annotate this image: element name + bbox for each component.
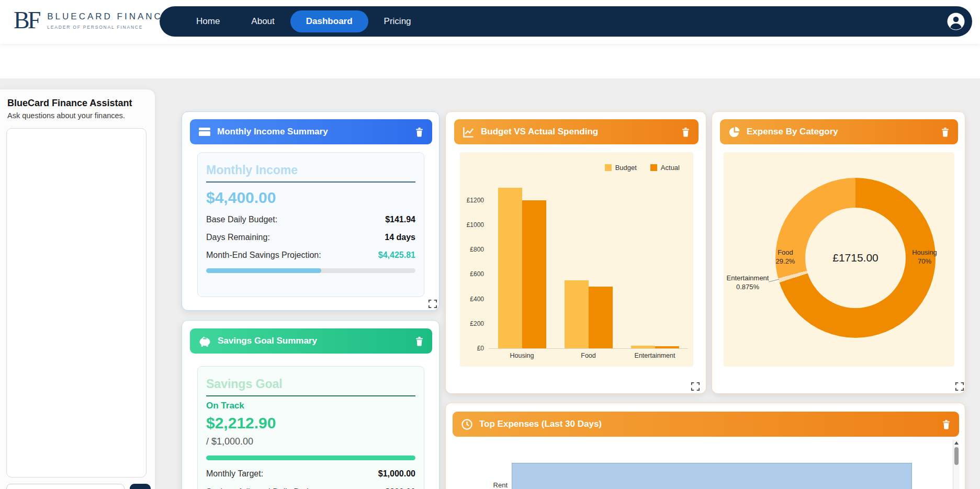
expand-icon	[955, 382, 965, 391]
bar-chart-plot: HousingFoodEntertainment £0£200£400£600£…	[489, 170, 688, 348]
user-circle-icon	[947, 12, 965, 31]
row-value: $1,000.00	[378, 469, 415, 479]
x-axis-line	[489, 348, 688, 349]
nav-item-pricing[interactable]: Pricing	[368, 10, 427, 32]
bar-actual-food	[589, 287, 613, 348]
expand-icon	[428, 299, 438, 309]
scrollbar-thumb[interactable]	[954, 447, 959, 465]
bar-groups: HousingFoodEntertainment	[489, 188, 688, 348]
brand-name: BLUECARD FINANCE	[47, 12, 171, 22]
scrollbar-up-arrow[interactable]	[954, 441, 959, 445]
bar-budget-food	[565, 280, 589, 348]
delete-card-button[interactable]	[681, 127, 690, 137]
trash-icon	[415, 127, 424, 137]
bar-group: Food	[565, 280, 613, 348]
brand-tagline: LEADER OF PERSONAL FINANCE	[47, 25, 171, 30]
expand-card-button[interactable]	[428, 299, 438, 309]
income-heading: Monthly Income	[206, 163, 415, 183]
bar-budget-entertainment	[631, 346, 655, 348]
y-tick-label: £1200	[460, 197, 484, 204]
donut-chart-area: £1715.00 Food29.2% Housing70% Entertainm…	[724, 152, 954, 367]
assistant-panel: BlueCard Finance Assistant Ask questions…	[0, 89, 155, 489]
y-tick-label: £400	[460, 295, 484, 303]
h-bar-category-label: Rent	[477, 481, 508, 489]
x-axis-label: Entertainment	[635, 352, 675, 359]
brand-logo[interactable]: BF BLUECARD FINANCE LEADER OF PERSONAL F…	[14, 8, 171, 32]
assistant-send-button[interactable]	[130, 484, 151, 489]
delete-card-button[interactable]	[415, 336, 424, 346]
bar-group: Housing	[498, 188, 546, 348]
card-title: Top Expenses (Last 30 Days)	[479, 419, 602, 429]
nav-item-home[interactable]: Home	[181, 10, 235, 32]
brand-text-block: BLUECARD FINANCE LEADER OF PERSONAL FINA…	[47, 12, 171, 30]
savings-goal-card: Savings Goal Summary Savings Goal On Tra…	[182, 320, 440, 489]
donut-center-label: £1715.00	[832, 252, 878, 264]
row-value: 14 days	[385, 233, 415, 242]
income-row: Base Daily Budget: $141.94	[206, 215, 415, 224]
assistant-title: BlueCard Finance Assistant	[7, 98, 132, 109]
piggy-bank-icon	[198, 335, 211, 347]
x-axis-label: Food	[581, 352, 596, 359]
income-progress-fill	[206, 268, 321, 273]
income-row: Month-End Savings Projection: $4,425.81	[206, 251, 415, 260]
savings-progress-fill	[206, 456, 415, 460]
user-avatar-button[interactable]	[946, 12, 966, 31]
trash-icon	[941, 127, 950, 137]
expand-card-button[interactable]	[955, 381, 965, 392]
row-label: Monthly Target:	[206, 469, 263, 479]
delete-card-button[interactable]	[941, 127, 950, 137]
expand-icon	[691, 382, 701, 391]
savings-goal-body: Savings Goal On Track $2,212.90 / $1,000…	[197, 366, 424, 489]
donut-hole: £1715.00	[805, 208, 906, 308]
row-value: $141.94	[385, 215, 415, 224]
monthly-income-card-header: Monthly Income Summary	[190, 119, 432, 144]
bar-budget-housing	[498, 188, 522, 348]
card-scrollbar[interactable]	[953, 440, 959, 489]
monthly-income-card: Monthly Income Summary Monthly Income $4…	[182, 111, 440, 311]
top-expenses-card: Top Expenses (Last 30 Days) Rent	[445, 403, 965, 489]
expense-by-category-card: Expense By Category £1715.00 F	[712, 111, 965, 394]
savings-status-badge: On Track	[206, 401, 415, 411]
y-tick-label: £800	[460, 246, 484, 253]
delete-card-button[interactable]	[415, 127, 424, 137]
savings-amount: $2,212.90	[206, 414, 415, 432]
top-expenses-plot	[512, 447, 942, 489]
assistant-input[interactable]	[6, 484, 125, 489]
category-card-header: Expense By Category	[720, 119, 958, 144]
nav-item-about[interactable]: About	[235, 10, 290, 32]
rent-bar	[512, 463, 912, 489]
trash-icon	[415, 336, 424, 346]
card-title: Expense By Category	[747, 127, 838, 137]
brand-monogram: BF	[14, 8, 39, 32]
y-tick-label: £600	[460, 270, 484, 278]
row-label: Month-End Savings Projection:	[206, 251, 321, 260]
assistant-subtitle: Ask questions about your finances.	[7, 111, 125, 120]
income-row: Days Remaining: 14 days	[206, 233, 415, 242]
assistant-input-row	[6, 484, 151, 489]
budget-card-header: Budget VS Actual Spending	[454, 119, 699, 144]
top-header: BF BLUECARD FINANCE LEADER OF PERSONAL F…	[0, 0, 980, 44]
assistant-chat-area	[6, 128, 147, 477]
savings-heading: Savings Goal	[206, 377, 415, 396]
credit-card-icon	[198, 126, 211, 138]
app-screen: BF BLUECARD FINANCE LEADER OF PERSONAL F…	[0, 0, 980, 489]
y-tick-label: £200	[460, 320, 484, 327]
savings-progress-bar	[206, 456, 415, 460]
donut-label-housing: Housing70%	[912, 248, 937, 266]
x-axis-label: Housing	[510, 352, 534, 359]
bar-actual-entertainment	[655, 346, 679, 348]
budget-chart-area: BudgetActual HousingFoodEntertainment £0…	[460, 152, 693, 367]
monthly-income-body: Monthly Income $4,400.00 Base Daily Budg…	[197, 152, 424, 297]
bar-group: Entertainment	[631, 346, 679, 348]
pie-chart-icon	[728, 126, 740, 138]
row-label: Base Daily Budget:	[206, 215, 277, 224]
income-progress-bar	[206, 268, 415, 273]
expand-card-button[interactable]	[691, 381, 701, 392]
main-nav: Home About Dashboard Pricing	[160, 6, 972, 37]
line-chart-icon	[463, 126, 475, 138]
card-title: Budget VS Actual Spending	[481, 127, 598, 137]
trash-icon	[681, 127, 690, 137]
nav-item-dashboard[interactable]: Dashboard	[290, 10, 368, 32]
delete-card-button[interactable]	[942, 419, 951, 429]
card-title: Savings Goal Summary	[218, 336, 317, 346]
